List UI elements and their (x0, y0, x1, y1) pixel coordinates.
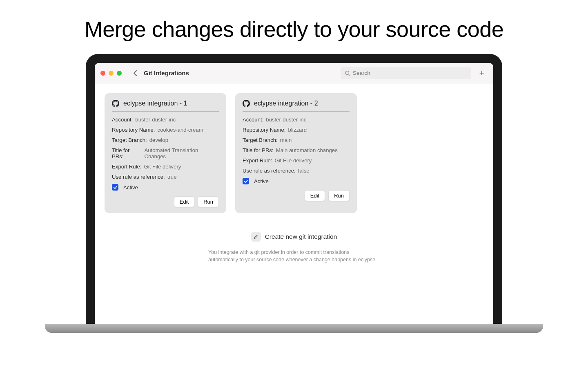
maximize-icon[interactable] (117, 71, 122, 76)
add-button[interactable]: + (476, 68, 488, 79)
github-icon (112, 100, 119, 107)
active-label: Active (123, 184, 138, 191)
minimize-icon[interactable] (109, 71, 114, 76)
close-icon[interactable] (100, 71, 105, 76)
create-integration-button[interactable]: Create new git integration (251, 232, 337, 242)
github-icon (243, 100, 250, 107)
compose-icon (251, 232, 261, 242)
edit-button[interactable]: Edit (305, 190, 325, 201)
integration-card: eclypse integration - 1 Account:buster-d… (105, 93, 226, 213)
active-checkbox[interactable] (112, 184, 118, 191)
field-branch: Target Branch:develop (112, 137, 219, 143)
run-button[interactable]: Run (198, 196, 219, 207)
field-export-rule: Export Rule:Git File delivery (243, 157, 350, 164)
help-text: You integrate with a git provider in ord… (208, 249, 380, 263)
edit-button[interactable]: Edit (174, 196, 194, 207)
svg-line-1 (349, 74, 350, 76)
window-controls (100, 71, 122, 76)
laptop-mockup: Git Integrations + ec (86, 54, 502, 333)
window-title: Git Integrations (144, 70, 189, 76)
field-export-rule: Export Rule:Git File delivery (112, 164, 219, 170)
search-icon (345, 70, 350, 76)
active-label: Active (254, 178, 269, 184)
search-field[interactable] (353, 70, 467, 76)
field-pr-title: Title for PRs:Automated Translation Chan… (112, 147, 219, 159)
field-repository: Repository Name:cookies-and-cream (112, 127, 219, 133)
field-repository: Repository Name:blizzard (243, 127, 350, 133)
window-toolbar: Git Integrations + (95, 63, 493, 83)
field-branch: Target Branch:main (243, 137, 350, 143)
card-title: eclypse integration - 2 (254, 100, 318, 107)
search-input[interactable] (341, 67, 471, 79)
active-checkbox[interactable] (243, 178, 249, 184)
page-headline: Merge changes directly to your source co… (0, 16, 588, 42)
back-button[interactable] (130, 68, 140, 79)
field-use-rule-ref: Use rule as reference:true (112, 174, 219, 180)
field-pr-title: Title for PRs:Main automation changes (243, 147, 350, 153)
card-title: eclypse integration - 1 (123, 100, 187, 107)
field-use-rule-ref: Use rule as reference:false (243, 168, 350, 174)
field-account: Account:buster-duster-inc (243, 117, 350, 123)
run-button[interactable]: Run (328, 190, 350, 201)
create-integration-label: Create new git integration (265, 233, 337, 240)
field-account: Account:buster-duster-inc (112, 117, 219, 123)
integration-card: eclypse integration - 2 Account:buster-d… (235, 93, 357, 213)
